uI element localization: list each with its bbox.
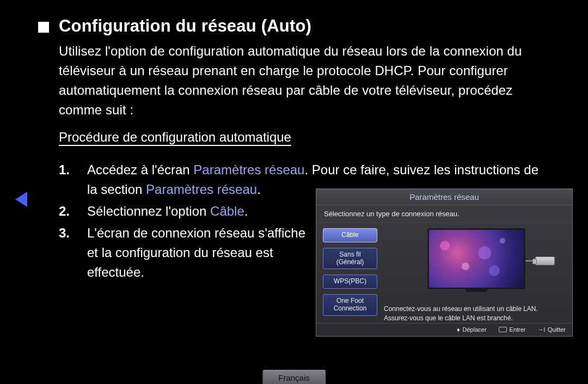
step-number: 3. — [59, 223, 87, 282]
option-label-line2: Connection — [334, 304, 367, 312]
footer-label: Entrer — [510, 326, 526, 333]
preview-column: Connectez-vous au réseau en utilisant un… — [384, 228, 566, 323]
step-number: 1. — [59, 160, 87, 199]
enter-icon — [499, 327, 507, 332]
step-text: L'écran de connexion réseau s'affiche et… — [87, 223, 316, 282]
option-cable[interactable]: Câble — [323, 228, 377, 242]
step-number: 2. — [59, 202, 87, 221]
connection-type-options: Câble Sans fil (Général) WPS(PBC) One Fo… — [323, 228, 377, 323]
option-description: Connectez-vous au réseau en utilisant un… — [384, 304, 566, 323]
panel-header: Paramètres réseau — [316, 189, 572, 205]
tv-icon — [427, 228, 525, 289]
highlight: Câble — [210, 204, 244, 218]
text: . — [244, 204, 248, 218]
tv-screen — [429, 230, 524, 288]
option-label-line1: One Foot — [336, 297, 364, 304]
option-wps[interactable]: WPS(PBC) — [323, 275, 377, 289]
tv-stand — [465, 289, 487, 292]
footer-enter: Entrer — [499, 326, 526, 333]
preview-illustration — [384, 228, 566, 302]
language-button[interactable]: Français — [262, 370, 326, 384]
highlight: Paramètres réseau — [146, 182, 257, 197]
title-row: Configuration du réseau (Auto) — [38, 16, 550, 36]
panel-body: Câble Sans fil (Général) WPS(PBC) One Fo… — [316, 223, 572, 323]
language-label: Français — [278, 373, 310, 382]
option-label-line1: Sans fil — [339, 251, 360, 258]
intro-text: Utilisez l'option de configuration autom… — [59, 41, 550, 120]
square-bullet-icon — [38, 22, 49, 33]
panel-subtitle: Sélectionnez un type de connexion réseau… — [316, 205, 572, 223]
section-subtitle: Procédure de configuration automatique — [59, 130, 550, 145]
footer-label: Quitter — [548, 326, 566, 333]
option-onefoot[interactable]: One Foot Connection — [323, 294, 377, 316]
footer-label: Déplacer — [463, 326, 487, 333]
page-title: Configuration du réseau (Auto) — [59, 16, 311, 36]
option-label-line2: (Général) — [336, 258, 364, 266]
option-label: WPS(PBC) — [334, 277, 366, 285]
return-icon: →l — [538, 326, 545, 333]
network-settings-panel: Paramètres réseau Sélectionnez un type d… — [316, 188, 573, 337]
text: . — [257, 182, 261, 197]
text: Sélectionnez l'option — [87, 204, 210, 218]
footer-move: ♦ Déplacer — [457, 326, 487, 333]
highlight: Paramètres réseau — [193, 162, 304, 177]
panel-footer: ♦ Déplacer Entrer →l Quitter — [316, 323, 572, 336]
lan-cable-icon — [525, 257, 555, 265]
prev-page-arrow[interactable] — [15, 192, 27, 207]
option-label: Câble — [341, 231, 358, 239]
option-wireless[interactable]: Sans fil (Général) — [323, 248, 377, 270]
updown-icon: ♦ — [457, 326, 460, 333]
text: Accédez à l'écran — [87, 162, 193, 177]
footer-quit: →l Quitter — [538, 326, 566, 333]
